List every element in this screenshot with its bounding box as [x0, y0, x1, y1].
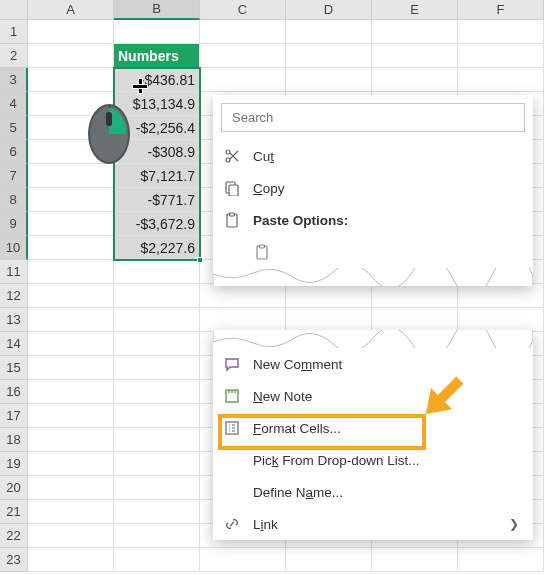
row-header[interactable]: 1 [0, 20, 28, 44]
cell[interactable] [372, 308, 458, 332]
cell[interactable] [372, 20, 458, 44]
fill-handle[interactable] [197, 257, 203, 263]
col-header-a[interactable]: A [28, 0, 114, 20]
cell[interactable] [28, 524, 114, 548]
cell[interactable] [286, 44, 372, 68]
cell[interactable] [28, 116, 114, 140]
cell[interactable] [458, 548, 544, 572]
cell[interactable] [458, 308, 544, 332]
col-header-f[interactable]: F [458, 0, 544, 20]
cell[interactable] [114, 548, 200, 572]
cell[interactable] [458, 68, 544, 92]
col-header-c[interactable]: C [200, 0, 286, 20]
cell[interactable] [114, 428, 200, 452]
row-header[interactable]: 19 [0, 452, 28, 476]
cell[interactable] [200, 20, 286, 44]
row-header[interactable]: 21 [0, 500, 28, 524]
cell[interactable] [28, 188, 114, 212]
col-header-d[interactable]: D [286, 0, 372, 20]
col-header-b[interactable]: B [114, 0, 200, 20]
cell[interactable] [28, 356, 114, 380]
cell[interactable] [28, 140, 114, 164]
cell[interactable] [114, 332, 200, 356]
cell[interactable] [200, 68, 286, 92]
menu-item-define-name[interactable]: Define Name... [213, 476, 533, 508]
menu-item-new-comment[interactable]: New Comment [213, 348, 533, 380]
row-header[interactable]: 18 [0, 428, 28, 452]
row-header[interactable]: 16 [0, 380, 28, 404]
cell[interactable] [28, 404, 114, 428]
data-cell[interactable]: -$2,256.4 [114, 116, 200, 140]
data-cell[interactable]: $2,227.6 [114, 236, 200, 260]
row-header[interactable]: 8 [0, 188, 28, 212]
cell[interactable] [458, 284, 544, 308]
row-header[interactable]: 17 [0, 404, 28, 428]
cell[interactable] [28, 236, 114, 260]
cell[interactable] [286, 20, 372, 44]
cell[interactable] [286, 68, 372, 92]
cell[interactable] [28, 308, 114, 332]
cell[interactable] [114, 404, 200, 428]
cell[interactable] [114, 476, 200, 500]
row-header[interactable]: 15 [0, 356, 28, 380]
cell[interactable] [372, 548, 458, 572]
menu-item-link[interactable]: Link ❯ [213, 508, 533, 540]
cell[interactable] [28, 476, 114, 500]
row-header[interactable]: 2 [0, 44, 28, 68]
cell[interactable] [200, 284, 286, 308]
data-cell[interactable]: -$308.9 [114, 140, 200, 164]
cell[interactable] [28, 212, 114, 236]
cell[interactable] [28, 548, 114, 572]
cell[interactable] [458, 20, 544, 44]
cell[interactable] [114, 284, 200, 308]
data-cell[interactable]: $13,134.9 [114, 92, 200, 116]
cell[interactable] [28, 500, 114, 524]
row-header[interactable]: 6 [0, 140, 28, 164]
row-header[interactable]: 9 [0, 212, 28, 236]
cell[interactable] [372, 284, 458, 308]
cell[interactable] [28, 260, 114, 284]
cell[interactable] [28, 44, 114, 68]
cell[interactable] [114, 452, 200, 476]
cell[interactable] [372, 44, 458, 68]
menu-item-pick-list[interactable]: Pick From Drop-down List... [213, 444, 533, 476]
cell[interactable] [286, 284, 372, 308]
menu-item-format-cells[interactable]: Format Cells... [213, 412, 533, 444]
row-header[interactable]: 5 [0, 116, 28, 140]
col-header-e[interactable]: E [372, 0, 458, 20]
cell[interactable] [372, 68, 458, 92]
row-header[interactable]: 10 [0, 236, 28, 260]
cell[interactable] [114, 380, 200, 404]
row-header[interactable]: 4 [0, 92, 28, 116]
menu-item-new-note[interactable]: New Note [213, 380, 533, 412]
cell[interactable] [28, 380, 114, 404]
data-cell[interactable]: -$3,672.9 [114, 212, 200, 236]
cell[interactable] [114, 356, 200, 380]
row-header[interactable]: 3 [0, 68, 28, 92]
row-header[interactable]: 23 [0, 548, 28, 572]
row-header[interactable]: 13 [0, 308, 28, 332]
cell[interactable] [28, 164, 114, 188]
cell[interactable] [28, 452, 114, 476]
row-header[interactable]: 22 [0, 524, 28, 548]
cell[interactable] [114, 260, 200, 284]
cell[interactable] [28, 284, 114, 308]
select-all-corner[interactable] [0, 0, 28, 20]
cell[interactable] [28, 92, 114, 116]
data-cell[interactable]: -$436.81 [114, 68, 200, 92]
cell[interactable] [114, 308, 200, 332]
data-header-cell[interactable]: Numbers [114, 44, 200, 68]
cell[interactable] [200, 548, 286, 572]
cell[interactable] [458, 44, 544, 68]
cell[interactable] [114, 20, 200, 44]
row-header[interactable]: 7 [0, 164, 28, 188]
row-header[interactable]: 14 [0, 332, 28, 356]
menu-item-copy[interactable]: Copy [213, 172, 533, 204]
row-header[interactable]: 11 [0, 260, 28, 284]
menu-search-input[interactable] [221, 103, 525, 132]
cell[interactable] [286, 548, 372, 572]
row-header[interactable]: 12 [0, 284, 28, 308]
cell[interactable] [28, 332, 114, 356]
cell[interactable] [28, 68, 114, 92]
data-cell[interactable]: -$771.7 [114, 188, 200, 212]
